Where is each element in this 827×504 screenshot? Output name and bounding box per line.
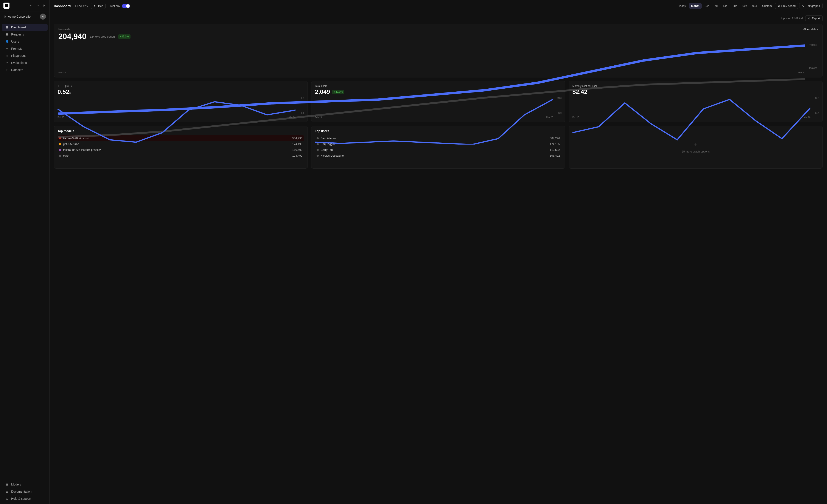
sidebar-label-users: Users (11, 40, 19, 43)
requests-value: 204,940 (58, 32, 86, 41)
time-btn-14d[interactable]: 14d (721, 3, 730, 9)
forward-button[interactable]: → (35, 3, 40, 8)
chevron-down-icon: ▾ (817, 28, 818, 30)
nav-controls: ← → ↻ (29, 3, 46, 8)
time-btn-custom[interactable]: Custom (760, 3, 774, 9)
prompts-icon: ✏ (5, 47, 9, 50)
models-label: All models (803, 27, 816, 31)
sidebar-item-datasets[interactable]: ⊟ Datasets (2, 66, 48, 73)
sidebar-item-documentation[interactable]: ⊟ Documentation (2, 488, 48, 495)
requests-change-badge: +39.1% (118, 35, 131, 39)
time-btn-24h[interactable]: 24h (702, 3, 712, 9)
prev-period-button[interactable]: ◉ Prev period (775, 3, 798, 9)
ttft-y-labels: 0.6 0.1 (301, 97, 304, 114)
sidebar-label-prompts: Prompts (11, 47, 22, 50)
monthly-cost-x-end: Mar 20 (804, 116, 811, 118)
org-row: ⚙ Acme Corporation A (0, 11, 49, 22)
sidebar-label-help: Help & support (11, 497, 31, 500)
avatar[interactable]: A (40, 13, 46, 19)
app-logo (3, 3, 9, 9)
time-btn-90d[interactable]: 90d (750, 3, 759, 9)
total-users-chart-svg (315, 97, 553, 145)
sidebar-item-evaluations[interactable]: ✦ Evaluations (2, 59, 48, 66)
gear-icon: ⚙ (3, 15, 6, 18)
total-users-y-labels: 2100 120 (557, 97, 562, 114)
filter-label: Filter (96, 4, 103, 7)
sidebar-nav: ⊞ Dashboard ☰ Requests 👤 Users ✏ Prompts… (0, 22, 49, 479)
sidebar-item-models[interactable]: ⊟ Models (2, 481, 48, 488)
toggle-knob (126, 4, 130, 8)
ttft-x-labels: Feb 15 Mar 20 (57, 116, 295, 118)
time-btn-60d[interactable]: 60d (740, 3, 749, 9)
filter-icon: ≡ (93, 4, 95, 7)
sidebar-label-dashboard: Dashboard (11, 25, 26, 29)
playground-icon: ◎ (5, 54, 9, 57)
sidebar-item-requests[interactable]: ☰ Requests (2, 31, 48, 38)
breadcrumb-env: Prod env (75, 4, 88, 8)
sidebar-item-playground[interactable]: ◎ Playground (2, 52, 48, 59)
org-info: ⚙ Acme Corporation (3, 15, 32, 18)
x-label-end: Mar 20 (798, 71, 805, 74)
datasets-icon: ⊟ (5, 68, 9, 72)
sidebar-item-help[interactable]: ⊙ Help & support (2, 495, 48, 502)
monthly-cost-chart: $2.5 $2.4 Feb 15 Mar 20 (573, 97, 819, 118)
ttft-chart: 0.6 0.1 Feb 15 Mar 20 (57, 97, 304, 118)
breadcrumb-main: Dashboard (54, 4, 70, 8)
sidebar-label-playground: Playground (11, 54, 27, 57)
edit-graphs-button[interactable]: ∿ Edit graphs (799, 3, 823, 9)
time-btn-7d[interactable]: 7d (713, 3, 720, 9)
ttft-y-low: 0.1 (301, 112, 304, 114)
sidebar-label-datasets: Datasets (11, 68, 23, 72)
monthly-cost-chart-svg (573, 97, 811, 145)
models-dropdown[interactable]: All models ▾ (803, 27, 818, 31)
sidebar-bottom: ⊟ Models ⊟ Documentation ⊙ Help & suppor… (0, 479, 49, 504)
ttft-x-end: Mar 20 (289, 116, 295, 118)
sidebar-label-requests: Requests (11, 33, 24, 36)
total-users-chart: 2100 120 Feb 15 Mar 20 (315, 97, 562, 118)
back-button[interactable]: ← (29, 3, 34, 8)
topbar: Dashboard › Prod env ≡ Filter Test env T… (50, 0, 827, 12)
updated-text: Updated 12:01 AM (781, 17, 802, 20)
total-users-y-low: 120 (557, 112, 562, 114)
edit-graphs-label: Edit graphs (806, 4, 820, 7)
y-label-high: 210,000 (805, 44, 817, 46)
sidebar-item-users[interactable]: 👤 Users (2, 38, 48, 45)
requests-card: Requests All models ▾ 204,940 124,940 pr… (54, 24, 823, 77)
requests-x-labels: Feb 15 Mar 20 (58, 71, 805, 74)
breadcrumb: Dashboard › Prod env (54, 4, 88, 8)
export-icon: ⊙ (808, 17, 811, 20)
total-users-x-end: Mar 20 (546, 116, 553, 118)
help-icon: ⊙ (5, 497, 9, 500)
requests-title: Requests (58, 27, 70, 31)
sidebar-label-documentation: Documentation (11, 490, 32, 493)
updated-row: Updated 12:01 AM ⊙ Export (54, 15, 823, 21)
breadcrumb-separator: › (72, 4, 74, 8)
export-button[interactable]: ⊙ Export (805, 15, 823, 21)
toggle-label: Test env (110, 4, 120, 7)
monthly-cost-x-labels: Feb 15 Mar 20 (573, 116, 811, 118)
monthly-cost-x-start: Feb 15 (573, 116, 579, 118)
refresh-button[interactable]: ↻ (42, 3, 46, 8)
x-label-start: Feb 15 (58, 71, 66, 74)
time-btn-today[interactable]: Today (676, 3, 688, 9)
main-content: Dashboard › Prod env ≡ Filter Test env T… (50, 0, 827, 504)
requests-metric-row: 204,940 124,940 prev period +39.1% (58, 32, 818, 41)
toggle-switch[interactable] (122, 4, 130, 8)
documentation-icon: ⊟ (5, 490, 9, 493)
y-label-low: 160,000 (805, 67, 817, 69)
ttft-chart-svg (57, 97, 295, 145)
sidebar-item-prompts[interactable]: ✏ Prompts (2, 45, 48, 52)
prev-period-label: Prev period (781, 4, 795, 7)
requests-icon: ☰ (5, 33, 9, 36)
time-btn-month[interactable]: Month (689, 3, 702, 9)
ttft-y-high: 0.6 (301, 97, 304, 99)
chart-icon: ∿ (802, 4, 805, 7)
org-name: Acme Corporation (8, 15, 32, 18)
sidebar-item-dashboard[interactable]: ⊞ Dashboard (2, 24, 48, 31)
users-icon: 👤 (5, 40, 9, 43)
filter-button[interactable]: ≡ Filter (91, 3, 105, 9)
time-btn-30d[interactable]: 30d (731, 3, 739, 9)
monthly-cost-y-low: $2.4 (815, 112, 819, 114)
test-env-toggle: Test env (110, 4, 130, 8)
dashboard-icon: ⊞ (5, 25, 9, 29)
